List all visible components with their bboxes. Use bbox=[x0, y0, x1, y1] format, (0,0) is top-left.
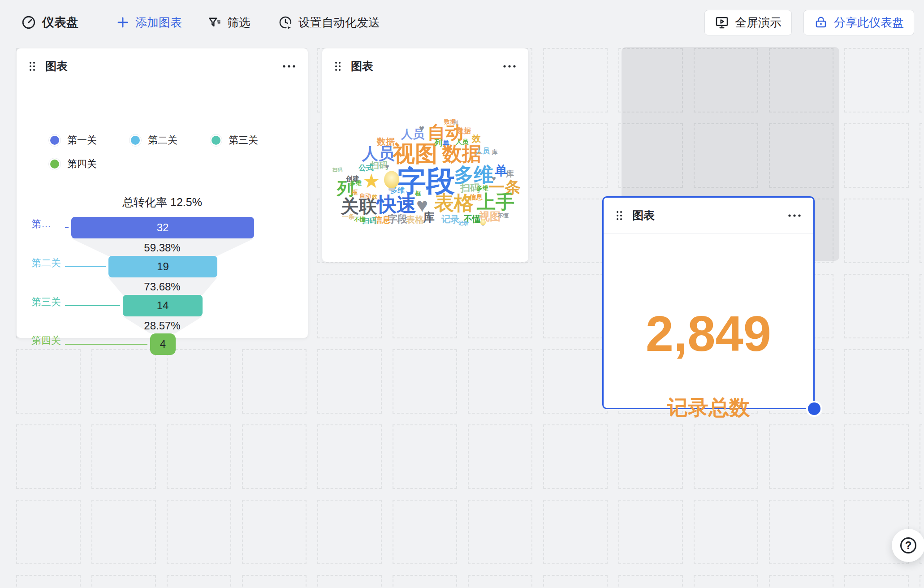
grid-cell bbox=[317, 349, 382, 414]
more-menu-icon[interactable] bbox=[282, 65, 296, 68]
legend-dot bbox=[48, 158, 61, 170]
grid-cell bbox=[844, 349, 909, 414]
grid-cell bbox=[393, 500, 457, 564]
cloud-word: 表格 bbox=[406, 215, 424, 224]
toolbar: 仪表盘 添加图表 筛选 设置自动化发送 全屏演示 bbox=[0, 0, 924, 45]
legend-item[interactable]: 第一关 bbox=[48, 134, 97, 147]
grid-cell bbox=[393, 274, 457, 338]
grid-cell bbox=[468, 500, 532, 564]
fullscreen-button[interactable]: 全屏演示 bbox=[704, 10, 792, 35]
funnel-title: 总转化率 12.5% bbox=[17, 195, 308, 210]
grid-cell bbox=[167, 500, 231, 564]
cloud-word: 多维 bbox=[477, 185, 488, 191]
legend-dot bbox=[129, 134, 142, 147]
filter-icon bbox=[207, 15, 221, 30]
legend-label: 第一关 bbox=[67, 134, 97, 147]
funnel-bar[interactable]: 4 bbox=[150, 333, 176, 355]
grid-cell bbox=[844, 199, 909, 263]
grid-cell bbox=[242, 500, 307, 564]
funnel-conversion: 59.38% bbox=[17, 242, 308, 254]
grid-cell bbox=[769, 424, 833, 489]
funnel-connector bbox=[65, 227, 69, 228]
card-title: 图表 bbox=[45, 59, 273, 74]
drag-handle-icon[interactable] bbox=[615, 210, 623, 221]
cloud-word: 库 bbox=[492, 149, 498, 155]
cloud-word: 人员 bbox=[475, 147, 490, 155]
grid-cell bbox=[618, 575, 683, 588]
grid-cell bbox=[920, 274, 924, 338]
cloud-word: 字段 bbox=[397, 167, 455, 195]
legend-item[interactable]: 第三关 bbox=[210, 134, 258, 147]
funnel-chart-card[interactable]: 图表 第一关 第二关 第三关 第四关 总转化率 12.5% 第… bbox=[16, 48, 308, 338]
grid-cell bbox=[920, 48, 924, 112]
cloud-word: 人员 bbox=[362, 146, 394, 162]
grid-cell bbox=[242, 349, 307, 414]
cloud-word: 不懂 bbox=[354, 216, 366, 222]
grid-cell bbox=[393, 424, 457, 489]
cloud-word: 效 bbox=[472, 134, 481, 143]
funnel-connector bbox=[65, 305, 120, 306]
cloud-word: 人员 bbox=[456, 138, 468, 145]
grid-cell bbox=[618, 424, 683, 489]
auto-send-button[interactable]: 设置自动化发送 bbox=[278, 15, 380, 30]
funnel-conversion: 28.57% bbox=[17, 320, 308, 332]
stat-chart-card[interactable]: 图表 2,849 记录总数 bbox=[602, 196, 815, 409]
grid-cell bbox=[769, 575, 833, 588]
grid-cell bbox=[393, 349, 457, 414]
funnel-connector bbox=[65, 266, 106, 267]
cloud-word: 一条 bbox=[342, 213, 354, 220]
help-button[interactable]: ? bbox=[892, 529, 924, 562]
funnel-stage-label: 第四关 bbox=[31, 334, 61, 347]
grid-cell bbox=[16, 575, 81, 588]
funnel-bar[interactable]: 19 bbox=[108, 256, 217, 277]
cloud-word: ★ bbox=[363, 171, 380, 191]
share-button[interactable]: 分享此仪表盘 bbox=[803, 10, 914, 35]
legend-item[interactable]: 第四关 bbox=[48, 157, 97, 171]
card-title: 图表 bbox=[632, 208, 778, 223]
funnel-bar-value: 32 bbox=[157, 221, 169, 234]
cloud-word: 扫码 bbox=[332, 168, 342, 173]
grid-cell bbox=[694, 500, 758, 564]
funnel-bar[interactable]: 32 bbox=[71, 217, 254, 238]
cloud-word: ♥ bbox=[492, 175, 496, 182]
funnel-stage-label: 第三关 bbox=[31, 295, 61, 309]
cloud-word: 框 bbox=[351, 189, 358, 195]
grid-cell bbox=[920, 349, 924, 414]
resize-handle[interactable] bbox=[808, 402, 820, 415]
grid-cell bbox=[920, 424, 924, 489]
add-chart-label: 添加图表 bbox=[135, 15, 182, 30]
grid-cell bbox=[91, 500, 156, 564]
stat-label: 记录总数 bbox=[604, 394, 813, 422]
plus-icon bbox=[116, 16, 130, 29]
grid-cell bbox=[91, 349, 156, 414]
lock-icon bbox=[814, 15, 828, 30]
funnel-bar[interactable]: 14 bbox=[123, 295, 203, 316]
legend-label: 第四关 bbox=[67, 157, 97, 171]
grid-cell bbox=[920, 199, 924, 263]
grid-cell bbox=[468, 424, 532, 489]
grid-cell bbox=[543, 575, 608, 588]
legend-item[interactable]: 第二关 bbox=[129, 134, 177, 147]
grid-cell bbox=[844, 575, 909, 588]
cloud-word: 记录 bbox=[458, 220, 469, 226]
funnel-bar-value: 19 bbox=[157, 260, 169, 273]
wordcloud: 字段视图数据自动人员多维单一条快速表格上手关联列人员数据扫码公式创建扫码库库字段… bbox=[322, 48, 528, 261]
toolbar-right: 全屏演示 分享此仪表盘 bbox=[704, 10, 914, 35]
stat-value: 2,849 bbox=[604, 309, 813, 359]
funnel-bar-value: 14 bbox=[157, 299, 169, 312]
drag-handle-icon[interactable] bbox=[28, 61, 36, 72]
funnel-stage-label: 第二关 bbox=[31, 256, 61, 270]
grid-cell bbox=[468, 274, 532, 338]
more-menu-icon[interactable] bbox=[787, 214, 802, 217]
grid-cell bbox=[543, 199, 608, 263]
grid-cell bbox=[769, 500, 833, 564]
cloud-word: 多维 bbox=[454, 165, 493, 185]
grid-cell bbox=[543, 349, 608, 414]
grid-cell bbox=[543, 123, 608, 188]
filter-button[interactable]: 筛选 bbox=[207, 15, 250, 30]
grid-cell bbox=[844, 274, 909, 338]
wordcloud-chart-card[interactable]: 图表 字段视图数据自动人员多维单一条快速表格上手关联列人员数据扫码公式创建扫码库… bbox=[322, 48, 529, 262]
presentation-icon bbox=[715, 15, 729, 30]
add-chart-button[interactable]: 添加图表 bbox=[116, 15, 182, 30]
grid-cell bbox=[242, 575, 307, 588]
